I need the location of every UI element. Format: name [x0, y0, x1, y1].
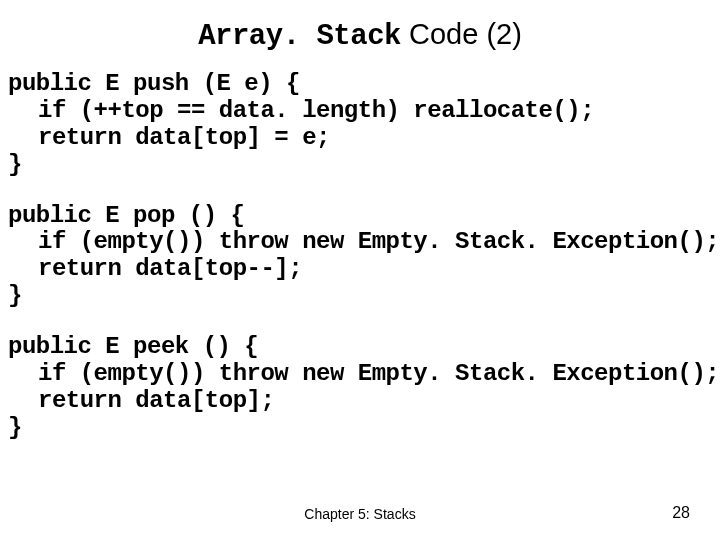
code-block-pop: public E pop () { if (empty()) throw new… [8, 203, 720, 311]
code-area: public E push (E e) { if (++top == data.… [0, 61, 720, 442]
title-rest-part: Code (2) [401, 18, 522, 50]
code-line: return data[top] = e; [8, 125, 720, 152]
code-line: return data[top]; [8, 388, 720, 415]
code-line: } [8, 282, 22, 309]
slide-title: Array. Stack Code (2) [0, 0, 720, 61]
code-line: public E peek () { [8, 333, 258, 360]
code-line: return data[top--]; [8, 256, 720, 283]
code-line: if (empty()) throw new Empty. Stack. Exc… [8, 229, 720, 256]
footer-chapter: Chapter 5: Stacks [0, 506, 720, 522]
code-line: } [8, 414, 22, 441]
code-line: if (++top == data. length) reallocate(); [8, 98, 720, 125]
title-mono-part: Array. Stack [198, 20, 401, 53]
code-line: public E push (E e) { [8, 70, 300, 97]
footer-page-number: 28 [672, 504, 690, 522]
code-line: } [8, 151, 22, 178]
code-block-push: public E push (E e) { if (++top == data.… [8, 71, 720, 179]
code-line: public E pop () { [8, 202, 244, 229]
code-block-peek: public E peek () { if (empty()) throw ne… [8, 334, 720, 442]
code-line: if (empty()) throw new Empty. Stack. Exc… [8, 361, 720, 388]
